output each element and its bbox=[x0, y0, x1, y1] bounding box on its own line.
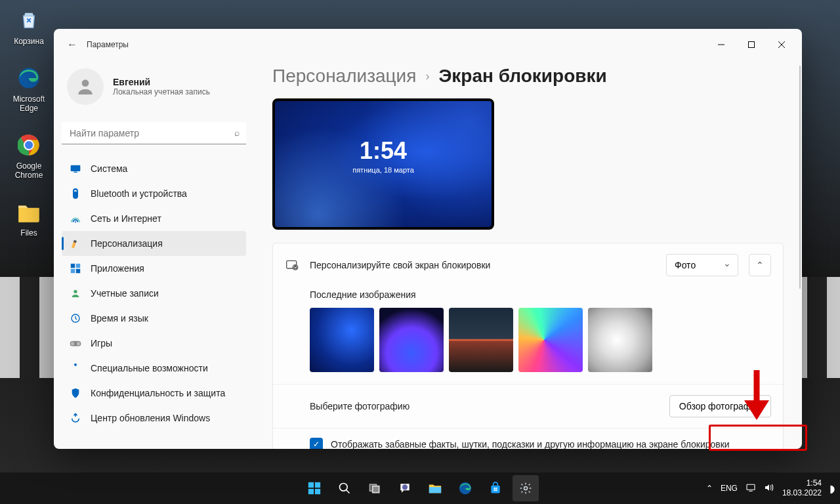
browse-photos-button[interactable]: Обзор фотографий bbox=[669, 395, 771, 417]
preview-time: 1:54 bbox=[275, 137, 492, 165]
desktop-icon-edge[interactable]: Microsoft Edge bbox=[9, 64, 49, 113]
back-button[interactable]: ← bbox=[59, 32, 85, 58]
desktop-icon-files[interactable]: Files bbox=[9, 198, 49, 238]
desktop-icon-chrome[interactable]: Google Chrome bbox=[9, 131, 49, 180]
start-button[interactable] bbox=[301, 475, 327, 501]
taskbar-search[interactable] bbox=[331, 475, 358, 501]
nav-item-4[interactable]: Приложения bbox=[62, 256, 246, 281]
svg-rect-35 bbox=[373, 486, 379, 493]
svg-point-32 bbox=[340, 484, 348, 492]
tray-notifications-icon[interactable]: ◗ bbox=[830, 482, 835, 495]
svg-point-12 bbox=[75, 221, 76, 222]
funfacts-checkbox[interactable]: ✓ bbox=[310, 438, 323, 449]
svg-rect-11 bbox=[74, 172, 77, 173]
nav-icon bbox=[70, 362, 81, 374]
recent-image-2[interactable] bbox=[379, 308, 444, 372]
svg-rect-29 bbox=[315, 482, 320, 488]
sidebar: Евгений Локальная учетная запись ⌕ Систе… bbox=[54, 60, 254, 449]
nav-item-3[interactable]: Персонализация bbox=[62, 231, 246, 256]
svg-point-20 bbox=[71, 342, 74, 345]
background-type-dropdown[interactable]: Фото bbox=[666, 254, 738, 276]
minimize-button[interactable] bbox=[706, 34, 736, 55]
tray-clock[interactable]: 1:54 18.03.2022 bbox=[782, 478, 822, 498]
desktop-icon-label: Microsoft Edge bbox=[13, 94, 45, 113]
nav-item-7[interactable]: Игры bbox=[62, 331, 246, 356]
svg-rect-45 bbox=[747, 484, 755, 490]
nav-label: Приложения bbox=[91, 263, 144, 274]
breadcrumb-current: Экран блокировки bbox=[438, 66, 606, 87]
breadcrumb-parent[interactable]: Персонализация bbox=[272, 66, 416, 87]
tray-network-icon[interactable] bbox=[746, 483, 756, 494]
svg-rect-28 bbox=[308, 482, 314, 488]
svg-rect-39 bbox=[491, 486, 499, 494]
maximize-button[interactable] bbox=[736, 34, 766, 55]
tray-language[interactable]: ENG bbox=[721, 484, 738, 493]
preview-date: пятница, 18 марта bbox=[275, 166, 492, 174]
chrome-icon bbox=[15, 131, 43, 159]
recent-image-3[interactable] bbox=[449, 308, 513, 372]
scrollbar-thumb[interactable] bbox=[799, 66, 801, 289]
nav-item-0[interactable]: Система bbox=[62, 156, 246, 181]
nav-icon bbox=[70, 213, 81, 224]
scrollbar[interactable] bbox=[797, 66, 801, 449]
lock-screen-preview: 1:54 пятница, 18 марта bbox=[272, 98, 494, 230]
desktop-icon-recycle-bin[interactable]: Корзина bbox=[9, 7, 49, 46]
close-button[interactable] bbox=[766, 34, 797, 55]
personalize-card: Персонализируйте свой экран блокировки Ф… bbox=[272, 243, 784, 449]
nav-icon bbox=[70, 163, 81, 175]
svg-rect-30 bbox=[308, 489, 314, 494]
user-block[interactable]: Евгений Локальная учетная запись bbox=[62, 63, 246, 110]
taskbar: ⌃ ENG 1:54 18.03.2022 ◗ bbox=[0, 472, 840, 504]
nav-item-1[interactable]: Bluetooth и устройства bbox=[62, 181, 246, 206]
recent-image-4[interactable] bbox=[518, 308, 583, 372]
chevron-right-icon: › bbox=[425, 70, 429, 83]
svg-point-36 bbox=[402, 484, 408, 490]
funfacts-label: Отображать забавные факты, шутки, подска… bbox=[331, 439, 730, 449]
system-tray: ⌃ ENG 1:54 18.03.2022 ◗ bbox=[706, 478, 835, 498]
svg-rect-6 bbox=[749, 42, 755, 48]
choose-photo-label: Выберите фотографию bbox=[310, 401, 659, 411]
svg-point-9 bbox=[82, 79, 89, 87]
svg-rect-14 bbox=[76, 264, 80, 268]
svg-rect-10 bbox=[71, 165, 81, 171]
recent-image-1[interactable] bbox=[310, 308, 374, 372]
svg-rect-41 bbox=[495, 488, 497, 489]
collapse-button[interactable]: ⌃ bbox=[749, 254, 771, 276]
nav-item-10[interactable]: Центр обновления Windows bbox=[62, 406, 246, 430]
nav-icon bbox=[70, 337, 81, 349]
svg-line-33 bbox=[346, 490, 350, 494]
taskbar-explorer[interactable] bbox=[422, 475, 448, 501]
nav-item-8[interactable]: Специальные возможности bbox=[62, 356, 246, 381]
taskbar-edge[interactable] bbox=[452, 475, 478, 501]
task-view[interactable] bbox=[362, 475, 388, 501]
search-box[interactable]: ⌕ bbox=[62, 122, 246, 144]
nav-label: Система bbox=[91, 163, 127, 174]
avatar bbox=[67, 68, 104, 105]
nav-icon bbox=[70, 387, 81, 399]
taskbar-settings[interactable] bbox=[513, 475, 539, 501]
tray-volume-icon[interactable] bbox=[764, 483, 774, 494]
user-subtitle: Локальная учетная запись bbox=[113, 87, 210, 96]
search-input[interactable] bbox=[62, 122, 246, 144]
nav-item-2[interactable]: Сеть и Интернет bbox=[62, 206, 246, 231]
nav-item-5[interactable]: Учетные записи bbox=[62, 281, 246, 306]
taskbar-chat[interactable] bbox=[392, 475, 418, 501]
nav-icon bbox=[70, 262, 81, 274]
personalize-label: Персонализируйте свой экран блокировки bbox=[310, 260, 656, 270]
nav-label: Сеть и Интернет bbox=[91, 213, 161, 224]
nav-item-6[interactable]: Время и язык bbox=[62, 306, 246, 331]
taskbar-store[interactable] bbox=[482, 475, 509, 501]
nav-icon bbox=[70, 188, 81, 200]
desktop-icon-label: Files bbox=[20, 228, 37, 238]
nav-label: Центр обновления Windows bbox=[91, 413, 210, 423]
svg-rect-16 bbox=[76, 269, 80, 273]
breadcrumb: Персонализация › Экран блокировки bbox=[272, 66, 784, 87]
recent-images-title: Последние изображения bbox=[310, 289, 771, 300]
folder-icon bbox=[15, 198, 43, 226]
settings-window: ← Параметры Евгений Локальная учетная за… bbox=[54, 29, 802, 449]
svg-point-17 bbox=[74, 290, 77, 293]
recent-image-5[interactable] bbox=[588, 308, 652, 372]
nav-item-9[interactable]: Конфиденциальность и защита bbox=[62, 381, 246, 406]
tray-overflow[interactable]: ⌃ bbox=[706, 484, 713, 493]
nav-icon bbox=[70, 412, 81, 424]
